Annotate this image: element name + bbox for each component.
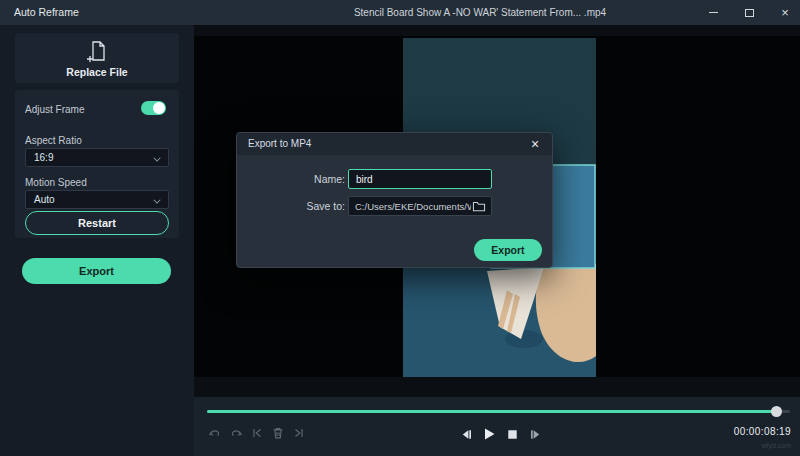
watermark-text: wfyd.com <box>761 442 791 449</box>
seek-start-icon <box>250 426 264 440</box>
save-to-value: C:/Users/EKE/Documents/Wonde <box>355 201 471 212</box>
close-icon: × <box>531 136 539 152</box>
save-to-field[interactable]: C:/Users/EKE/Documents/Wonde <box>348 196 492 216</box>
restart-button[interactable]: Restart <box>25 211 169 235</box>
replace-file-button[interactable]: Replace File <box>15 33 179 83</box>
replace-file-icon <box>85 39 109 63</box>
minimize-button[interactable] <box>706 6 720 20</box>
seek-end-icon <box>292 426 306 440</box>
motion-speed-select[interactable]: Auto <box>25 190 169 209</box>
seek-start-button[interactable] <box>250 426 264 440</box>
export-dialog-title: Export to MP4 <box>248 138 311 149</box>
step-forward-button[interactable] <box>527 426 543 442</box>
toggle-knob <box>153 102 165 114</box>
undo-icon <box>208 426 222 440</box>
aspect-ratio-value: 16:9 <box>34 152 53 163</box>
edit-tools <box>208 426 306 440</box>
adjust-frame-toggle[interactable] <box>141 101 166 115</box>
name-label: Name: <box>257 173 345 185</box>
undo-button[interactable] <box>208 426 222 440</box>
stop-icon <box>505 427 520 442</box>
step-forward-icon <box>528 427 543 442</box>
sidebar: Replace File Adjust Frame Aspect Ratio 1… <box>0 25 194 456</box>
replace-file-label: Replace File <box>66 66 127 78</box>
play-button[interactable] <box>481 426 497 442</box>
play-icon <box>481 426 497 442</box>
step-back-icon <box>459 427 474 442</box>
aspect-ratio-label: Aspect Ratio <box>25 135 82 146</box>
minimize-icon <box>709 12 718 14</box>
maximize-button[interactable] <box>742 6 756 20</box>
maximize-icon <box>745 9 754 17</box>
restart-label: Restart <box>78 217 116 229</box>
settings-panel: Adjust Frame Aspect Ratio 16:9 Motion Sp… <box>15 90 179 238</box>
adjust-frame-label: Adjust Frame <box>25 104 84 115</box>
redo-icon <box>229 426 243 440</box>
sidebar-export-button[interactable]: Export <box>22 258 171 284</box>
seek-end-button[interactable] <box>292 426 306 440</box>
timecode: 00:00:08:19 <box>734 426 791 437</box>
trash-icon <box>271 426 285 440</box>
export-dialog: Export to MP4 × Name: bird Save to: C:/U… <box>236 132 553 268</box>
save-to-label: Save to: <box>257 200 345 212</box>
window-controls: × <box>706 0 792 25</box>
chevron-down-icon <box>153 154 160 161</box>
motion-speed-value: Auto <box>34 194 55 205</box>
aspect-ratio-select[interactable]: 16:9 <box>25 148 169 167</box>
dialog-export-button[interactable]: Export <box>474 239 542 261</box>
title-bar: Auto Reframe Stencil Board Show A -NO WA… <box>0 0 800 25</box>
transport-controls <box>458 426 543 442</box>
playhead-knob[interactable] <box>771 406 782 417</box>
stop-button[interactable] <box>504 426 520 442</box>
progress-played <box>207 410 777 413</box>
browse-folder-button[interactable] <box>471 199 487 213</box>
name-input[interactable]: bird <box>348 169 492 189</box>
close-button[interactable]: × <box>778 6 792 20</box>
dialog-close-button[interactable]: × <box>526 135 544 153</box>
document-title: Stencil Board Show A -NO WAR' Statement … <box>354 7 606 18</box>
step-back-button[interactable] <box>458 426 474 442</box>
chevron-down-icon <box>153 196 160 203</box>
motion-speed-label: Motion Speed <box>25 177 87 188</box>
redo-button[interactable] <box>229 426 243 440</box>
export-dialog-header: Export to MP4 × <box>237 133 552 155</box>
delete-button[interactable] <box>271 426 285 440</box>
close-icon: × <box>781 6 789 19</box>
name-value: bird <box>356 174 373 185</box>
auto-reframe-window: Auto Reframe Stencil Board Show A -NO WA… <box>0 0 800 456</box>
progress-track[interactable] <box>207 410 790 413</box>
playback-bar: 00:00:08:19 wfyd.com <box>194 397 800 456</box>
folder-icon <box>472 200 486 212</box>
sidebar-export-label: Export <box>79 265 114 277</box>
dialog-export-label: Export <box>491 244 524 256</box>
app-title: Auto Reframe <box>14 6 79 18</box>
